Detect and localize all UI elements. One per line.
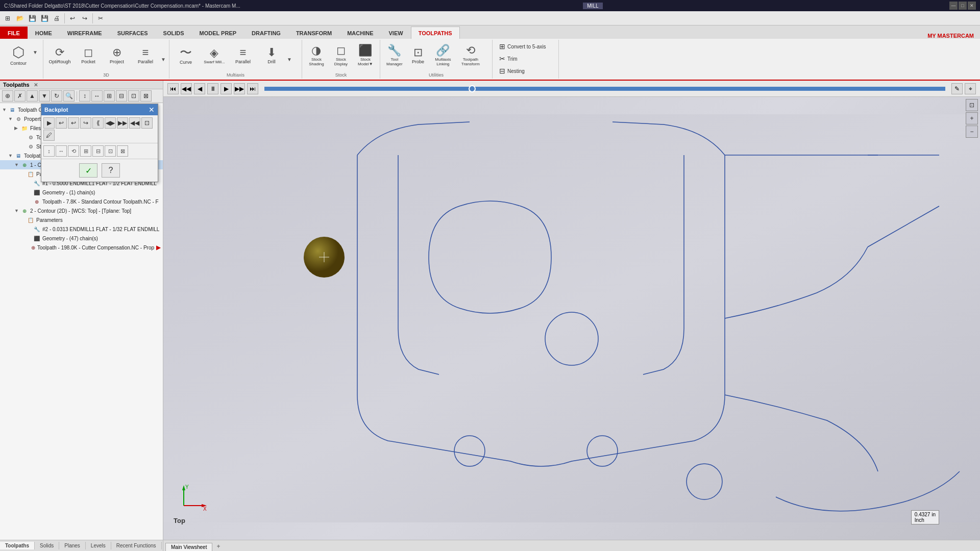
tab-file[interactable]: FILE xyxy=(0,27,28,39)
tp-toolbar-btn-10[interactable]: ⊟ xyxy=(116,90,127,102)
qa-open-btn[interactable]: 📂 xyxy=(14,13,26,24)
bp-icon-btn-1[interactable]: ↕ xyxy=(43,145,55,157)
bp-btn-last[interactable]: ◀◀ xyxy=(129,117,140,129)
viewport[interactable]: Y X Top 0.4327 in Inch ⊡ + − xyxy=(163,97,980,540)
bp-btn-back[interactable]: ↩ xyxy=(56,117,67,129)
lb-tab-recent[interactable]: Recent Functions xyxy=(111,542,162,549)
close-btn[interactable]: ✕ xyxy=(968,2,976,10)
qa-save-btn[interactable]: 💾 xyxy=(27,13,38,24)
qa-undo-btn[interactable]: ↩ xyxy=(67,13,78,24)
tp-toolbar-btn-12[interactable]: ⊠ xyxy=(140,90,152,102)
ribbon-btn-parallel-3d[interactable]: ≡ Parallel xyxy=(132,42,159,69)
play-btn-next[interactable]: ▶▶ xyxy=(234,83,245,94)
play-btn-pause[interactable]: ⏸ xyxy=(207,83,218,94)
tp-toolbar-btn-4[interactable]: ▼ xyxy=(39,90,50,102)
ribbon-btn-nesting[interactable]: ⊟ Nesting xyxy=(496,65,550,77)
lb-tab-planes[interactable]: Planes xyxy=(59,542,86,549)
multi-more-btn[interactable]: ▼ xyxy=(287,57,292,70)
bp-icon-btn-7[interactable]: ⊠ xyxy=(117,145,128,157)
tab-surfaces[interactable]: SURFACES xyxy=(110,27,156,39)
backplot-close-btn[interactable]: ✕ xyxy=(149,106,155,114)
tree-item-11[interactable]: ▼ ⊕ 2 - Contour (2D) - [WCS: Top] - [Tpl… xyxy=(0,206,163,215)
tp-toolbar-btn-11[interactable]: ⊡ xyxy=(128,90,139,102)
minimize-btn[interactable]: — xyxy=(949,2,958,10)
bp-icon-btn-5[interactable]: ⊟ xyxy=(92,145,104,157)
tp-toolbar-btn-6[interactable]: 🔍 xyxy=(63,90,75,102)
tab-view[interactable]: VIEW xyxy=(381,27,411,39)
play-btn-back[interactable]: ◀ xyxy=(194,83,205,94)
my-mastercam[interactable]: MY MASTERCAM xyxy=(921,33,980,39)
bp-btn-frame[interactable]: ⊡ xyxy=(141,117,153,129)
tab-toolpaths[interactable]: TOOLPATHS xyxy=(411,27,460,39)
tp-toolbar-btn-8[interactable]: ↔ xyxy=(91,90,103,102)
playback-slider[interactable] xyxy=(264,87,945,91)
vp-btn-zoom-in[interactable]: + xyxy=(966,112,978,124)
bp-icon-btn-4[interactable]: ⊞ xyxy=(80,145,91,157)
vs-tab-main[interactable]: Main Viewsheet xyxy=(165,543,212,551)
ribbon-btn-stockdisplay[interactable]: ◻ Stock Display xyxy=(330,42,352,69)
vp-btn-zoom-fit[interactable]: ⊡ xyxy=(966,99,978,111)
tab-transform[interactable]: TRANSFORM xyxy=(288,27,339,39)
bp-btn-fwd[interactable]: ↪ xyxy=(80,117,91,129)
bp-btn-play[interactable]: ▶ xyxy=(43,117,55,129)
tab-wireframe[interactable]: WIREFRAME xyxy=(60,27,110,39)
tp-toolbar-btn-9[interactable]: ⊞ xyxy=(104,90,115,102)
tp-toolbar-btn-3[interactable]: ▲ xyxy=(27,90,38,102)
tree-item-10[interactable]: ⊕ Toolpath - 7.8K - Standard Contour Too… xyxy=(0,197,163,206)
3d-more-btn[interactable]: ▼ xyxy=(161,57,166,70)
backplot-ok-btn[interactable]: ✓ xyxy=(79,163,97,178)
ribbon-btn-optirough[interactable]: ⟳ OptiRough xyxy=(46,42,73,69)
tree-item-13[interactable]: 🔧 #2 - 0.0313 ENDMILL1 FLAT - 1/32 FLAT … xyxy=(0,224,163,234)
lb-tab-levels[interactable]: Levels xyxy=(86,542,111,549)
ribbon-btn-convert5axis[interactable]: ⊞ Convert to 5-axis xyxy=(496,41,550,52)
ribbon-btn-contour[interactable]: ⬡ Contour xyxy=(5,42,32,69)
ribbon-btn-project[interactable]: ⊕ Project xyxy=(104,42,130,69)
tree-item-14[interactable]: ⬛ Geometry - (47) chain(s) xyxy=(0,234,163,243)
tp-toolbar-btn-5[interactable]: ↻ xyxy=(51,90,62,102)
bp-btn-pen[interactable]: 🖊 xyxy=(43,130,55,141)
tab-machine[interactable]: MACHINE xyxy=(339,27,381,39)
bp-icon-btn-2[interactable]: ↔ xyxy=(56,145,67,157)
ribbon-btn-swarf[interactable]: ◈ Swarf Mill... xyxy=(201,42,228,69)
bp-icon-btn-6[interactable]: ⊡ xyxy=(105,145,116,157)
qa-print-btn[interactable]: 🖨 xyxy=(51,13,62,24)
qa-save2-btn[interactable]: 💾 xyxy=(39,13,50,24)
play-btn-fwd[interactable]: ▶ xyxy=(220,83,232,94)
play-btn-start[interactable]: ⏮ xyxy=(167,83,179,94)
ribbon-btn-drill[interactable]: ⬇ Drill xyxy=(258,42,285,69)
tab-modelprep[interactable]: MODEL PREP xyxy=(192,27,244,39)
lb-tab-toolpaths[interactable]: Toolpaths xyxy=(0,542,35,549)
tab-drafting[interactable]: DRAFTING xyxy=(244,27,288,39)
ribbon-btn-probe[interactable]: ⊡ Probe xyxy=(408,42,428,69)
tp-toolbar-btn-7[interactable]: ↕ xyxy=(79,90,90,102)
play-marker-btn[interactable]: ✎ xyxy=(951,83,963,94)
bp-btn-next[interactable]: ▶▶ xyxy=(117,117,128,129)
bp-btn-playpause[interactable]: ◀▶ xyxy=(105,117,116,129)
ribbon-btn-parallel-multi[interactable]: ≡ Parallel xyxy=(230,42,256,69)
lb-tab-solids[interactable]: Solids xyxy=(35,542,59,549)
ribbon-btn-pocket[interactable]: ◻ Pocket xyxy=(75,42,102,69)
play-btn-end[interactable]: ⏭ xyxy=(247,83,258,94)
bp-btn-back2[interactable]: ↩ xyxy=(68,117,79,129)
ribbon-btn-curve[interactable]: 〜 Curve xyxy=(173,42,199,69)
play-btn-prev[interactable]: ◀◀ xyxy=(181,83,192,94)
ribbon-btn-multiaxislinking[interactable]: 🔗 Multiaxis Linking xyxy=(430,42,456,69)
ribbon-btn-stockshading[interactable]: ◑ Stock Shading xyxy=(305,42,328,69)
tree-item-15[interactable]: ⊕ Toolpath - 198.0K - Cutter Compensatio… xyxy=(0,243,163,252)
ribbon-btn-stockmodel[interactable]: ⬛ Stock Model▼ xyxy=(354,42,377,69)
maximize-btn[interactable]: □ xyxy=(959,2,967,10)
bp-btn-prev[interactable]: ⟪ xyxy=(92,117,104,129)
vp-btn-zoom-out[interactable]: − xyxy=(966,126,978,138)
ribbon-btn-toolpathtransform[interactable]: ⟲ Toolpath Transform xyxy=(458,42,483,69)
playback-thumb[interactable] xyxy=(469,85,476,92)
bp-icon-btn-3[interactable]: ⟲ xyxy=(68,145,79,157)
tp-toolbar-btn-2[interactable]: ✗ xyxy=(14,90,26,102)
2d-more-btn[interactable]: ▼ xyxy=(33,49,38,55)
ribbon-btn-trim[interactable]: ✂ Trim xyxy=(496,53,550,64)
vs-tab-add[interactable]: + xyxy=(213,542,223,551)
qa-extra-btn[interactable]: ✂ xyxy=(95,13,106,24)
ribbon-btn-toolmanager[interactable]: 🔧 Tool Manager xyxy=(383,42,406,69)
qa-new-btn[interactable]: ⊞ xyxy=(2,13,13,24)
tree-item-12[interactable]: 📋 Parameters xyxy=(0,215,163,224)
qa-redo-btn[interactable]: ↪ xyxy=(79,13,90,24)
